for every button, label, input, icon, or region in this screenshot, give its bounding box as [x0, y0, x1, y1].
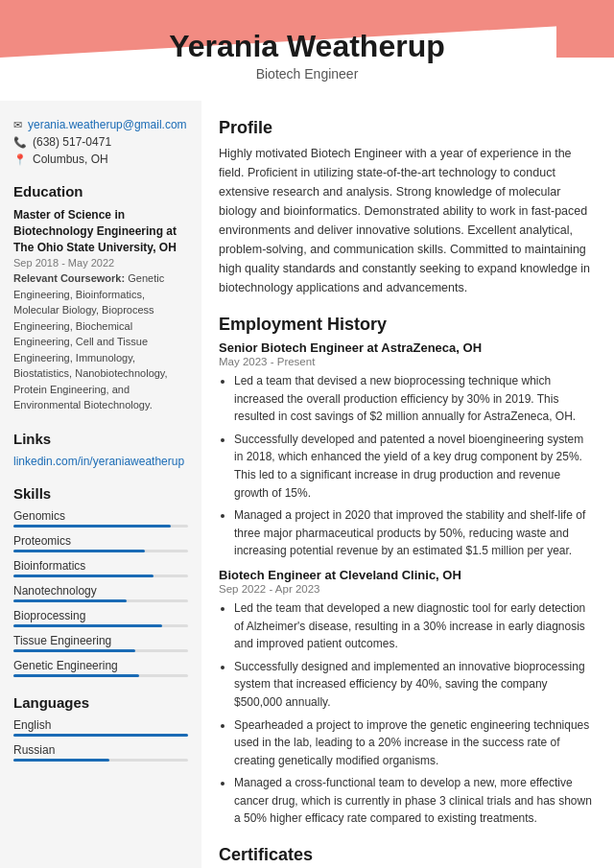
skill-label: Genomics — [13, 509, 188, 523]
job-bullet: Spearheaded a project to improve the gen… — [234, 716, 593, 770]
certificates-section: Certificates Certified Biomedical Audito… — [219, 845, 593, 868]
skill-item: Genomics — [13, 509, 188, 528]
phone-icon: 📞 — [13, 136, 27, 149]
resume-header: Yerania Weatherup Biotech Engineer — [0, 0, 614, 101]
employment-section-title: Employment History — [219, 315, 593, 335]
language-label: English — [13, 718, 188, 732]
skill-item: Bioprocessing — [13, 609, 188, 627]
language-label: Russian — [13, 743, 188, 757]
skill-bar-bg — [13, 550, 188, 552]
language-bar-bg — [13, 734, 188, 737]
education-coursework: Relevant Coursework: Genetic Engineering… — [13, 270, 188, 413]
job-bullet: Successfully developed and patented a no… — [234, 431, 593, 502]
resume-layout: ✉ yerania.weatherup@gmail.com 📞 (638) 51… — [0, 101, 614, 868]
skill-bar-fill — [13, 599, 127, 602]
skill-bar-bg — [13, 599, 188, 602]
skill-item: Bioinformatics — [13, 559, 188, 577]
linkedin-link-item: linkedin.com/in/yeraniaweatherup — [13, 455, 188, 468]
skill-item: Proteomics — [13, 534, 188, 552]
candidate-title: Biotech Engineer — [19, 66, 595, 82]
skill-bar-fill — [13, 624, 162, 627]
skill-bar-bg — [13, 674, 188, 677]
education-degree: Master of Science in Biotechnology Engin… — [13, 207, 188, 255]
profile-section-title: Profile — [219, 118, 593, 138]
profile-text: Highly motivated Biotech Engineer with a… — [219, 144, 593, 297]
job-bullet: Managed a cross-functional team to devel… — [234, 774, 593, 828]
skill-item: Genetic Engineering — [13, 659, 188, 677]
language-item: Russian — [13, 743, 188, 762]
job-item: Senior Biotech Engineer at AstraZeneca, … — [219, 340, 593, 560]
employment-section: Employment History Senior Biotech Engine… — [219, 315, 593, 828]
languages-section: Languages English Russian — [13, 694, 188, 762]
jobs-list: Senior Biotech Engineer at AstraZeneca, … — [219, 340, 593, 828]
skill-bar-bg — [13, 575, 188, 577]
skill-bar-fill — [13, 649, 135, 652]
language-item: English — [13, 718, 188, 737]
main-content: Profile Highly motivated Biotech Enginee… — [201, 101, 614, 868]
linkedin-link[interactable]: linkedin.com/in/yeraniaweatherup — [13, 455, 184, 468]
skill-label: Bioprocessing — [13, 609, 188, 622]
language-bar-bg — [13, 759, 188, 762]
skill-label: Bioinformatics — [13, 559, 188, 573]
location-icon: 📍 — [13, 153, 27, 166]
skill-label: Proteomics — [13, 534, 188, 548]
language-bar-fill — [13, 759, 109, 762]
education-date: Sep 2018 - May 2022 — [13, 257, 188, 269]
coursework-label: Relevant Coursework: — [13, 272, 125, 284]
coursework-text: Genetic Engineering, Bioinformatics, Mol… — [13, 272, 168, 411]
skill-label: Nanotechnology — [13, 584, 188, 598]
job-bullets: Led a team that devised a new bioprocess… — [219, 372, 593, 560]
profile-section: Profile Highly motivated Biotech Enginee… — [219, 118, 593, 297]
skill-bar-bg — [13, 525, 188, 528]
skill-bar-bg — [13, 649, 188, 652]
contact-location-item: 📍 Columbus, OH — [13, 152, 188, 166]
job-bullet: Led a team that devised a new bioprocess… — [234, 372, 593, 426]
languages-list: English Russian — [13, 718, 188, 762]
skills-list: Genomics Proteomics Bioinformatics Nanot… — [13, 509, 188, 677]
skill-bar-fill — [13, 575, 154, 577]
skill-bar-fill — [13, 525, 171, 528]
contact-email-item: ✉ yerania.weatherup@gmail.com — [13, 118, 188, 131]
links-section-title: Links — [13, 431, 188, 447]
sidebar: ✉ yerania.weatherup@gmail.com 📞 (638) 51… — [0, 101, 201, 868]
job-bullet: Managed a project in 2020 that improved … — [234, 506, 593, 560]
links-section: Links linkedin.com/in/yeraniaweatherup — [13, 431, 188, 468]
skill-label: Tissue Engineering — [13, 634, 188, 647]
skill-item: Nanotechnology — [13, 584, 188, 602]
skill-item: Tissue Engineering — [13, 634, 188, 652]
skills-section: Skills Genomics Proteomics Bioinformatic… — [13, 485, 188, 677]
job-date: Sep 2022 - Apr 2023 — [219, 583, 593, 595]
language-bar-fill — [13, 734, 188, 737]
email-link[interactable]: yerania.weatherup@gmail.com — [28, 118, 187, 131]
job-bullet: Led the team that developed a new diagno… — [234, 599, 593, 653]
job-title: Senior Biotech Engineer at AstraZeneca, … — [219, 340, 593, 355]
education-section: Education Master of Science in Biotechno… — [13, 183, 188, 413]
certificates-section-title: Certificates — [219, 845, 593, 865]
skill-bar-fill — [13, 674, 139, 677]
skill-bar-bg — [13, 624, 188, 627]
contact-section: ✉ yerania.weatherup@gmail.com 📞 (638) 51… — [13, 118, 188, 166]
location-text: Columbus, OH — [33, 152, 108, 166]
contact-phone-item: 📞 (638) 517-0471 — [13, 135, 188, 149]
candidate-name: Yerania Weatherup — [19, 29, 595, 64]
job-date: May 2023 - Present — [219, 356, 593, 367]
phone-text: (638) 517-0471 — [33, 135, 111, 149]
job-bullets: Led the team that developed a new diagno… — [219, 599, 593, 828]
skills-section-title: Skills — [13, 485, 188, 502]
email-icon: ✉ — [13, 119, 22, 131]
skill-bar-fill — [13, 550, 145, 552]
job-title: Biotech Engineer at Cleveland Clinic, OH — [219, 568, 593, 582]
education-section-title: Education — [13, 183, 188, 199]
job-bullet: Successfully designed and implemented an… — [234, 658, 593, 712]
languages-section-title: Languages — [13, 694, 188, 711]
skill-label: Genetic Engineering — [13, 659, 188, 672]
job-item: Biotech Engineer at Cleveland Clinic, OH… — [219, 568, 593, 828]
